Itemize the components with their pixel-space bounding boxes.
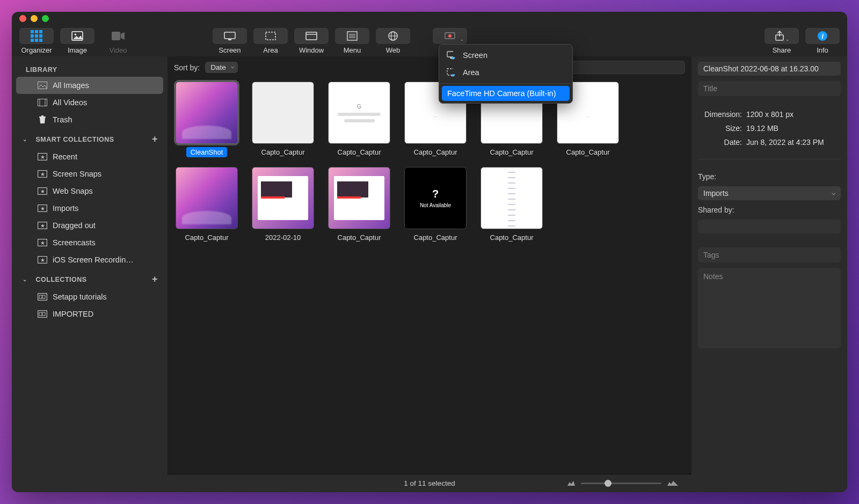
chevron-down-icon: ⌄ bbox=[23, 276, 27, 282]
toolbar-group-left: Organizer Image Video bbox=[19, 28, 135, 54]
chevron-down-icon: ⌄ bbox=[23, 136, 27, 142]
svg-text:★: ★ bbox=[40, 154, 45, 160]
close-window-button[interactable] bbox=[19, 15, 26, 22]
image-label: Image bbox=[68, 46, 87, 54]
capture-window-button[interactable]: Window bbox=[294, 28, 329, 54]
svg-rect-47 bbox=[39, 312, 42, 316]
svg-rect-2 bbox=[112, 32, 120, 40]
size-value: 19.12 MB bbox=[746, 124, 778, 133]
dropdown-item-camera[interactable]: FaceTime HD Camera (Built-in) bbox=[442, 86, 570, 101]
thumbnail-image bbox=[176, 82, 238, 144]
capture-screen-button[interactable]: Screen bbox=[213, 28, 247, 54]
thumbnail-caption: Capto_Captur bbox=[486, 232, 538, 243]
zoom-window-button[interactable] bbox=[42, 15, 49, 22]
titlebar bbox=[12, 12, 847, 25]
type-select[interactable]: Imports bbox=[698, 186, 841, 200]
thumbnail-item[interactable]: Capto_Captur bbox=[250, 82, 316, 157]
thumbnail-item[interactable]: Capto_Captur bbox=[174, 167, 239, 243]
window-icon bbox=[305, 31, 318, 41]
smart-folder-icon: ★ bbox=[38, 169, 47, 179]
sidebar-item-all-images[interactable]: All Images bbox=[16, 77, 163, 94]
share-button[interactable]: ⌄ Share bbox=[765, 28, 799, 54]
sort-bar: Sort by: Date bbox=[168, 56, 691, 78]
thumbnail-image: ?Not Available bbox=[404, 167, 467, 229]
add-smart-collection-button[interactable]: + bbox=[152, 134, 158, 145]
sidebar: LIBRARY All ImagesAll VideosTrash ⌄SMART… bbox=[12, 56, 168, 492]
toolbar-group-capture: Screen Area Window Menu Web bbox=[213, 28, 410, 54]
svg-rect-28 bbox=[41, 115, 43, 116]
add-collection-button[interactable]: + bbox=[152, 274, 158, 285]
filename-field[interactable]: CleanShot 2022-06-08 at 16.23.00 bbox=[698, 62, 841, 76]
sharedby-label: Shared by: bbox=[698, 206, 841, 214]
thumbnail-caption: Capto_Captur bbox=[257, 147, 309, 157]
organizer-tab[interactable]: Organizer bbox=[19, 28, 54, 54]
smart-folder-icon: ★ bbox=[38, 203, 47, 213]
dropdown-item-screen[interactable]: ▰ Screen bbox=[439, 47, 572, 64]
sidebar-item-screen-snaps[interactable]: ★Screen Snaps bbox=[16, 165, 163, 182]
organizer-label: Organizer bbox=[21, 46, 52, 54]
sidebar-item-trash[interactable]: Trash bbox=[16, 111, 163, 128]
dropdown-separator bbox=[439, 83, 572, 84]
thumbnail-image bbox=[252, 82, 314, 144]
videos-icon bbox=[38, 98, 47, 107]
svg-rect-3 bbox=[224, 32, 235, 39]
collection-icon bbox=[38, 309, 47, 319]
share-icon bbox=[775, 31, 784, 41]
smart-collections-header[interactable]: ⌄SMART COLLECTIONS + bbox=[12, 128, 168, 148]
svg-rect-4 bbox=[228, 39, 231, 40]
sidebar-item-dragged-out[interactable]: ★Dragged out bbox=[16, 217, 163, 234]
tags-input[interactable]: Tags bbox=[698, 247, 841, 262]
thumbnail-caption: Capto_Captur bbox=[410, 232, 462, 243]
sidebar-item-web-snaps[interactable]: ★Web Snaps bbox=[16, 182, 163, 200]
thumbnail-grid: CleanShotCapto_CapturGCapto_Captur···Cap… bbox=[168, 78, 691, 474]
status-bar: 1 of 11 selected bbox=[168, 474, 691, 492]
sidebar-item-recent[interactable]: ★Recent bbox=[16, 148, 163, 165]
sidebar-item-setapp-tutorials[interactable]: Setapp tutorials bbox=[16, 288, 163, 305]
selection-status: 1 of 11 selected bbox=[404, 479, 455, 487]
svg-text:i: i bbox=[821, 32, 824, 40]
thumbnail-item[interactable]: GCapto_Captur bbox=[326, 82, 392, 157]
sort-select[interactable]: Date bbox=[205, 62, 238, 73]
thumbnail-caption: CleanShot bbox=[186, 147, 228, 157]
notes-input[interactable]: Notes bbox=[698, 268, 841, 348]
svg-text:★: ★ bbox=[40, 240, 45, 246]
svg-rect-23 bbox=[38, 82, 47, 89]
sharedby-field[interactable] bbox=[698, 220, 841, 233]
thumbnail-item[interactable]: ?Not AvailableCapto_Captur bbox=[403, 167, 468, 243]
dropdown-item-area[interactable]: ▰ Area bbox=[439, 64, 572, 81]
info-button[interactable]: i Info bbox=[805, 28, 840, 54]
sidebar-item-screencasts[interactable]: ★Screencasts bbox=[16, 234, 163, 251]
svg-rect-44 bbox=[39, 295, 42, 298]
thumbnail-item[interactable]: Capto_Captur bbox=[326, 167, 392, 243]
sort-label: Sort by: bbox=[174, 63, 200, 72]
capture-menu-button[interactable]: Menu bbox=[335, 28, 369, 54]
svg-text:★: ★ bbox=[40, 171, 45, 177]
grid-icon bbox=[31, 30, 42, 42]
thumbnail-item[interactable]: CleanShot bbox=[174, 82, 239, 157]
main-panel: Sort by: Date CleanShotCapto_CapturGCapt… bbox=[168, 56, 691, 492]
thumbnail-caption: Capto_Captur bbox=[333, 147, 385, 157]
thumbnail-item[interactable]: 2022-02-10 bbox=[250, 167, 316, 243]
thumbnail-caption: Capto_Captur bbox=[410, 147, 462, 157]
svg-rect-45 bbox=[42, 295, 45, 298]
smart-folder-icon: ★ bbox=[38, 238, 47, 247]
thumbnail-caption: Capto_Captur bbox=[181, 232, 233, 243]
search-input[interactable] bbox=[562, 61, 685, 74]
svg-rect-5 bbox=[266, 32, 275, 40]
svg-rect-6 bbox=[306, 32, 317, 40]
image-tab[interactable]: Image bbox=[60, 28, 94, 54]
thumbnail-item[interactable]: Capto_Captur bbox=[479, 167, 544, 243]
sidebar-item-all-videos[interactable]: All Videos bbox=[16, 94, 163, 111]
sidebar-item-imports[interactable]: ★Imports bbox=[16, 200, 163, 217]
zoom-slider[interactable] bbox=[567, 478, 679, 489]
area-icon bbox=[265, 31, 276, 41]
toolbar: Organizer Image Video Screen Area bbox=[12, 25, 847, 56]
capture-area-button[interactable]: Area bbox=[253, 28, 288, 54]
smart-folder-icon: ★ bbox=[38, 186, 47, 196]
title-input[interactable]: Title bbox=[698, 81, 841, 96]
collections-header[interactable]: ⌄COLLECTIONS + bbox=[12, 268, 168, 288]
sidebar-item-ios-screen-recordin-[interactable]: ★iOS Screen Recordin… bbox=[16, 251, 163, 268]
sidebar-item-imported[interactable]: IMPORTED bbox=[16, 305, 163, 323]
capture-web-button[interactable]: Web bbox=[376, 28, 410, 54]
minimize-window-button[interactable] bbox=[31, 15, 38, 22]
